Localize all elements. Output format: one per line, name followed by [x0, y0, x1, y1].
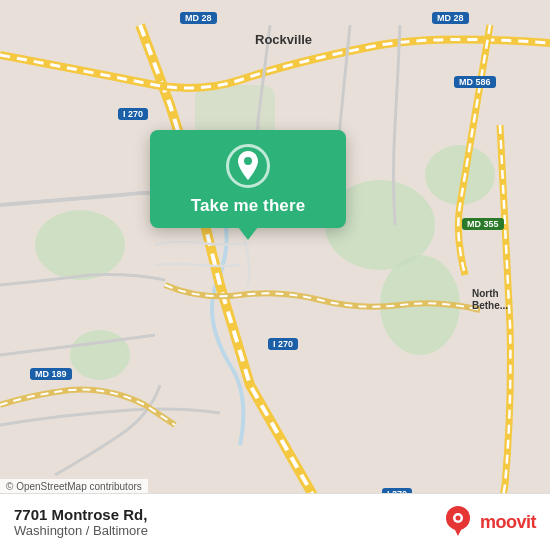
svg-marker-9 [452, 524, 464, 536]
road-badge-i270-top: I 270 [118, 108, 148, 120]
copyright-bar: © OpenStreetMap contributors [0, 479, 148, 494]
pin-icon-wrapper [226, 144, 270, 188]
take-me-there-button[interactable]: Take me there [191, 196, 305, 216]
road-badge-md189: MD 189 [30, 368, 72, 380]
map-container: Rockville MD 28 MD 28 MD 586 MD 355 I 27… [0, 0, 550, 550]
road-badge-md355: MD 355 [462, 218, 504, 230]
city-line: Washington / Baltimore [14, 523, 148, 538]
address-line: 7701 Montrose Rd, [14, 506, 148, 523]
road-badge-md586: MD 586 [454, 76, 496, 88]
moovit-text: moovit [480, 512, 536, 533]
moovit-logo[interactable]: moovit [440, 504, 536, 540]
place-label-north-bethesda: NorthBethe... [472, 288, 508, 312]
road-badge-i270-mid: I 270 [268, 338, 298, 350]
svg-point-7 [244, 157, 252, 165]
location-pin-icon [235, 151, 261, 181]
popup-card: Take me there [150, 130, 346, 228]
info-bar: 7701 Montrose Rd, Washington / Baltimore… [0, 493, 550, 550]
place-label-rockville: Rockville [255, 32, 312, 47]
road-badge-md28-left: MD 28 [180, 12, 217, 24]
address-block: 7701 Montrose Rd, Washington / Baltimore [14, 506, 148, 538]
svg-point-4 [70, 330, 130, 380]
moovit-icon [440, 504, 476, 540]
svg-point-11 [455, 516, 460, 521]
svg-point-3 [35, 210, 125, 280]
road-badge-md28-right: MD 28 [432, 12, 469, 24]
